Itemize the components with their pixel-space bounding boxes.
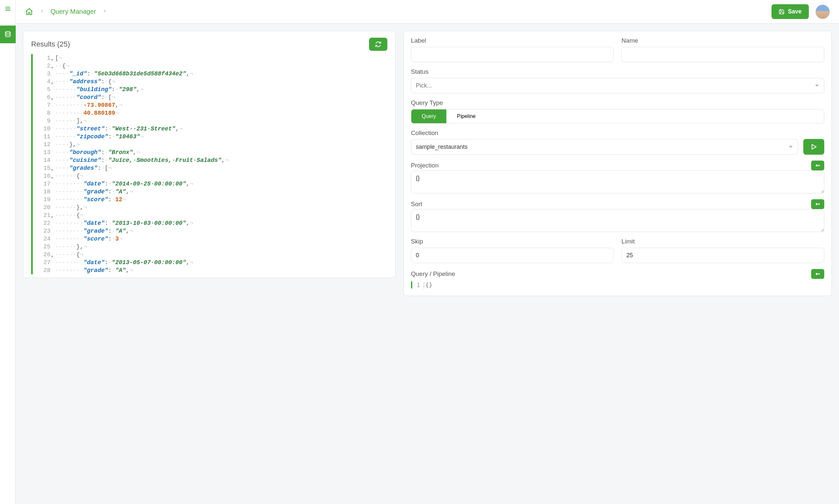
collection-select[interactable] — [411, 139, 798, 155]
svg-point-8 — [818, 203, 820, 205]
skip-field[interactable] — [411, 248, 614, 263]
sort-settings-button[interactable] — [811, 199, 824, 209]
query-type-option-query[interactable]: Query — [411, 109, 447, 123]
code-line: 26▼······{¬ — [33, 251, 387, 258]
query-type-option-pipeline[interactable]: Pipeline — [446, 109, 486, 123]
chevron-right-icon — [102, 8, 107, 15]
home-icon — [25, 7, 33, 16]
status-select[interactable] — [411, 78, 824, 93]
code-line: 23········"grade":·"A",¬ — [33, 227, 387, 235]
code-line: 1▼[¬ — [33, 54, 387, 62]
svg-point-10 — [818, 273, 820, 275]
code-line: 11······"zipcode":·"10463"¬ — [33, 133, 387, 141]
skip-label: Skip — [411, 238, 614, 245]
collection-label: Collection — [411, 129, 798, 137]
menu-toggle-button[interactable] — [0, 0, 16, 18]
code-line: 22········"date":·"2013-10-03·00:00:00",… — [33, 219, 387, 227]
code-line: 6▼······"coord":·[¬ — [33, 93, 387, 101]
results-code-viewer[interactable]: 1▼[¬2▼··{¬3····"_id":·"5eb3d668b31de5d58… — [31, 54, 387, 274]
save-button[interactable]: Save — [771, 4, 809, 19]
pipeline-line-number: 1 — [412, 282, 422, 288]
label-field-label: Label — [411, 37, 614, 44]
gears-icon — [815, 163, 821, 168]
save-button-label: Save — [788, 8, 802, 15]
user-avatar[interactable] — [816, 5, 830, 19]
query-type-label: Query Type — [411, 99, 824, 107]
code-line: 16▼······{¬ — [33, 172, 387, 180]
pipeline-settings-button[interactable] — [811, 269, 824, 279]
run-query-button[interactable] — [803, 139, 824, 155]
gears-icon — [815, 272, 821, 276]
code-line: 13····"borough":·"Bronx",¬ — [33, 148, 387, 156]
code-line: 25······},¬ — [33, 243, 387, 251]
breadcrumb: Query Manager — [25, 7, 107, 16]
chevron-right-icon — [39, 8, 44, 15]
code-line: 3····"_id":·"5eb3d668b31de5d588f434e2",¬ — [33, 70, 387, 78]
breadcrumb-home[interactable] — [25, 7, 33, 16]
code-line: 14····"cuisine":·"Juice,·Smoothies,·Frui… — [33, 156, 387, 164]
code-line: 7········-73.90867,¬ — [33, 101, 387, 109]
sort-label: Sort — [411, 201, 423, 208]
breadcrumb-query-manager[interactable]: Query Manager — [51, 8, 96, 15]
name-field-label: Name — [621, 37, 824, 44]
code-line: 20······},¬ — [33, 203, 387, 211]
code-line: 5······"building":·"298",¬ — [33, 86, 387, 93]
query-type-segmented: QueryPipeline — [411, 109, 824, 124]
sort-textarea[interactable] — [411, 209, 824, 232]
code-line: 21▼······{¬ — [33, 211, 387, 219]
code-line: 17········"date":·"2014-09-25·00:00:00",… — [33, 180, 387, 188]
gears-icon — [815, 202, 821, 206]
code-line: 8········40.880189¬ — [33, 109, 387, 117]
refresh-icon — [375, 41, 381, 48]
projection-label: Projection — [411, 162, 439, 169]
limit-label: Limit — [621, 238, 824, 245]
projection-settings-button[interactable] — [811, 161, 824, 170]
pipeline-content: {} — [422, 282, 433, 288]
projection-textarea[interactable] — [411, 170, 824, 193]
code-line: 24········"score":·3¬ — [33, 235, 387, 243]
pipeline-editor[interactable]: 1 {} — [411, 282, 824, 288]
code-line: 4▼····"address":·{¬ — [33, 78, 387, 86]
code-line: 9······],¬ — [33, 117, 387, 125]
topbar: Query Manager Save — [16, 0, 839, 23]
play-icon — [810, 143, 817, 150]
main-surface: Results (25) 1▼[¬2▼··{¬3····"_id":·"5eb3… — [16, 23, 839, 504]
code-line: 18········"grade":·"A",¬ — [33, 188, 387, 196]
refresh-button[interactable] — [369, 38, 387, 51]
name-field[interactable] — [621, 47, 824, 62]
pipeline-label: Query / Pipeline — [411, 270, 455, 277]
status-field-label: Status — [411, 68, 824, 75]
menu-icon — [5, 5, 11, 12]
svg-point-3 — [5, 32, 10, 33]
code-line: 19········"score":·12¬ — [33, 196, 387, 203]
code-line: 10······"street":·"West··231·Street",¬ — [33, 125, 387, 133]
svg-point-9 — [816, 273, 818, 275]
database-icon — [4, 31, 12, 38]
svg-point-5 — [816, 164, 818, 166]
code-line: 28········"grade":·"A",¬ — [33, 266, 387, 274]
code-line: 12····},¬ — [33, 141, 387, 148]
save-icon — [779, 9, 785, 15]
limit-field[interactable] — [621, 248, 824, 263]
svg-marker-4 — [812, 145, 816, 149]
results-title: Results (25) — [31, 40, 70, 49]
code-line: 27········"date":·"2013-05-07·00:00:00",… — [33, 258, 387, 266]
query-form-card: Label Name Status Query Type — [404, 31, 832, 296]
code-line: 15▼····"grades":·[¬ — [33, 164, 387, 172]
sidebar-rail — [0, 0, 16, 504]
svg-point-6 — [818, 165, 820, 166]
svg-point-7 — [816, 203, 818, 205]
results-card: Results (25) 1▼[¬2▼··{¬3····"_id":·"5eb3… — [23, 31, 396, 278]
sidebar-item-database[interactable] — [0, 25, 16, 43]
code-line: 2▼··{¬ — [33, 62, 387, 70]
label-field[interactable] — [411, 47, 614, 62]
